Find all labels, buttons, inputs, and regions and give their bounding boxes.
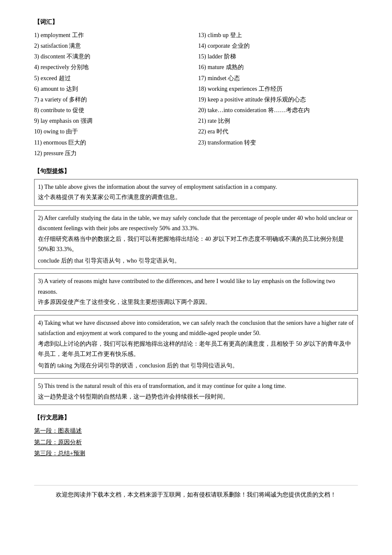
vocab-item: 19) keep a positive attitude 保持乐观的心态 (198, 94, 358, 105)
writing-section: 【行文思路】 第一段：图表描述第二段：原因分析第三段：总结+预测 (34, 413, 358, 460)
sentence-en: 3) A variety of reasons might have contr… (38, 276, 354, 297)
sentence-block-1: 1) The table above gives the information… (34, 179, 358, 206)
sentence-block-4: 4) Taking what we have discussed above i… (34, 315, 358, 374)
sentence-en: 5) This trend is the natural result of t… (38, 381, 354, 392)
vocab-item: 2) satisfaction 满意 (34, 40, 194, 51)
vocab-item: 22) era 时代 (198, 126, 358, 137)
vocab-item: 21) rate 比例 (198, 116, 358, 126)
writing-item: 第三段：总结+预测 (34, 448, 358, 460)
vocab-item: 13) climb up 登上 (198, 30, 358, 40)
sentence-zh: 这个表格提供了有关某家公司工作满意度的调查信息。 (38, 192, 354, 203)
vocab-item: 9) lay emphasis on 强调 (34, 116, 194, 126)
writing-title: 【行文思路】 (34, 413, 358, 423)
sentence-zh: 在仔细研究表格当中的数据之后，我们可以有把握地得出结论：40 岁以下对工作态度不… (38, 234, 354, 255)
sentence-en: 2) After carefully studying the data in … (38, 213, 354, 234)
vocab-item: 5) exceed 超过 (34, 73, 194, 84)
footer: 欢迎您阅读并下载本文档，本文档来源于互联网，如有侵权请联系删除！我们将竭诚为您提… (34, 485, 358, 500)
vocab-item: 8) contribute to 促使 (34, 105, 194, 116)
sentence-note: conclude 后的 that 引导宾语从句，who 引导定语从句。 (38, 256, 354, 266)
vocab-item: 12) pressure 压力 (34, 148, 194, 159)
sentence-title: 【句型提炼】 (34, 166, 358, 176)
writing-container: 第一段：图表描述第二段：原因分析第三段：总结+预测 (34, 425, 358, 460)
sentence-block-3: 3) A variety of reasons might have contr… (34, 273, 358, 311)
sentence-note: 句首的 taking 为现在分词引导的状语，conclusion 后的 that… (38, 361, 354, 371)
vocab-item: 11) enormous 巨大的 (34, 137, 194, 148)
vocab-title: 【词汇】 (34, 17, 358, 27)
vocab-item: 20) take…into consideration 将……考虑在内 (198, 105, 358, 116)
vocab-item: 14) corporate 企业的 (198, 40, 358, 51)
sentence-zh: 这一趋势是这个转型期的自然结果，这一趋势也许会持续很长一段时间。 (38, 392, 354, 402)
vocab-section: 【词汇】 1) employment 工作2) satisfaction 满意3… (34, 17, 358, 159)
vocab-item: 23) transformation 转变 (198, 137, 358, 148)
vocab-item: 17) mindset 心态 (198, 73, 358, 84)
writing-item: 第二段：原因分析 (34, 437, 358, 448)
vocab-item: 10) owing to 由于 (34, 126, 194, 137)
sentence-zh: 许多原因促使产生了这些变化，这里我主要想强调以下两个原因。 (38, 297, 354, 308)
vocab-item: 7) a variety of 多样的 (34, 94, 194, 105)
vocab-item: 3) discontent 不满意的 (34, 51, 194, 62)
vocab-right-col: 13) climb up 登上14) corporate 企业的15) ladd… (198, 30, 358, 159)
vocab-grid: 1) employment 工作2) satisfaction 满意3) dis… (34, 30, 358, 159)
vocab-item: 15) ladder 阶梯 (198, 51, 358, 62)
sentence-en: 1) The table above gives the information… (38, 182, 354, 193)
vocab-item: 4) respectively 分别地 (34, 62, 194, 72)
vocab-item: 1) employment 工作 (34, 30, 194, 40)
sentences-container: 1) The table above gives the information… (34, 179, 358, 405)
vocab-item: 18) working experiences 工作经历 (198, 84, 358, 94)
vocab-item: 6) amount to 达到 (34, 84, 194, 94)
writing-item: 第一段：图表描述 (34, 425, 358, 437)
sentence-en: 4) Taking what we have discussed above i… (38, 318, 354, 339)
sentence-section: 【句型提炼】 1) The table above gives the info… (34, 166, 358, 405)
sentence-block-5: 5) This trend is the natural result of t… (34, 378, 358, 405)
vocab-item: 16) mature 成熟的 (198, 62, 358, 72)
footer-text: 欢迎您阅读并下载本文档，本文档来源于互联网，如有侵权请联系删除！我们将竭诚为您提… (56, 491, 336, 498)
sentence-zh: 考虑到以上讨论的内容，我们可以有把握地得出这样的结论：老年员工有更高的满意度，且… (38, 339, 354, 360)
sentence-block-2: 2) After carefully studying the data in … (34, 210, 358, 269)
vocab-left-col: 1) employment 工作2) satisfaction 满意3) dis… (34, 30, 194, 159)
